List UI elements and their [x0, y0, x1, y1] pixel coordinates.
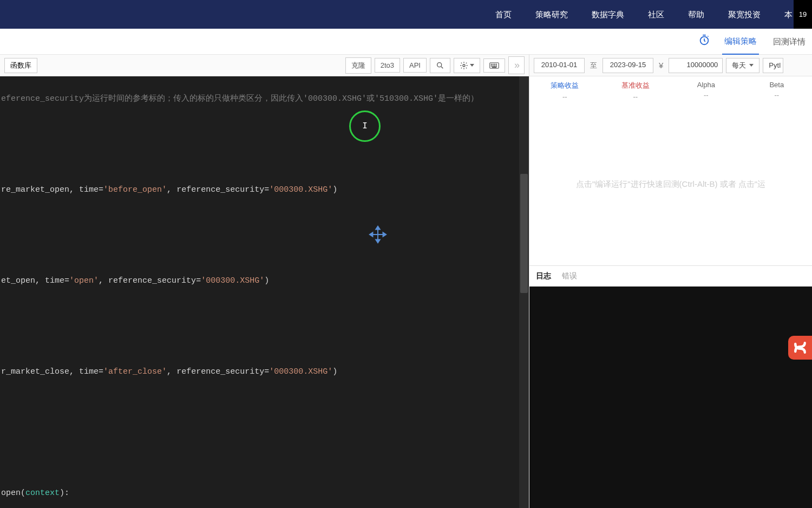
nav-strategy-research[interactable]: 策略研究 — [523, 0, 580, 29]
editor-column: 函数库 克隆 2to3 API » eference_security为运行时间… — [0, 55, 529, 508]
clone-button[interactable]: 克隆 — [345, 57, 371, 74]
stopwatch-icon[interactable] — [698, 34, 710, 49]
expand-button[interactable]: » — [508, 56, 525, 74]
date-from-input[interactable]: 2010-01-01 — [534, 58, 585, 73]
nav-community[interactable]: 社区 — [636, 0, 676, 29]
editor-toolbar: 函数库 克隆 2to3 API » — [0, 55, 529, 76]
nav-data-dict[interactable]: 数据字典 — [580, 0, 636, 29]
sub-toolbar: 编辑策略 回测详情 — [0, 29, 812, 55]
right-column: 2010-01-01 至 2023-09-15 ¥ 10000000 每天 Py… — [529, 55, 812, 508]
svg-point-8 — [491, 66, 492, 66]
amount-input[interactable]: 10000000 — [669, 58, 723, 73]
svg-point-1 — [437, 62, 442, 67]
nav-truncated[interactable]: 本 — [772, 0, 794, 29]
chevron-down-icon — [749, 64, 754, 67]
chart-placeholder: 点击"编译运行"进行快速回测(Ctrl-Alt-B) 或者 点击"运 — [529, 103, 812, 265]
tab-log[interactable]: 日志 — [536, 266, 551, 286]
ime-badge[interactable] — [788, 336, 812, 360]
top-nav: 首页 策略研究 数据字典 社区 帮助 聚宽投资 本 19 — [0, 0, 812, 29]
tab-edit-strategy[interactable]: 编辑策略 — [722, 29, 759, 55]
editor-scrollbar[interactable] — [519, 76, 529, 508]
metric-benchmark-return: 基准收益 -- — [600, 81, 671, 101]
svg-point-7 — [496, 64, 496, 64]
svg-point-6 — [494, 64, 495, 64]
nav-home[interactable]: 首页 — [483, 0, 523, 29]
function-library-button[interactable]: 函数库 — [4, 58, 37, 73]
svg-point-2 — [463, 64, 465, 67]
date-to-input[interactable]: 2023-09-15 — [603, 58, 653, 73]
language-dropdown[interactable]: Pytl — [763, 58, 783, 73]
settings-button[interactable] — [454, 58, 480, 73]
nav-invest[interactable]: 聚宽投资 — [716, 0, 772, 29]
svg-rect-12 — [492, 67, 496, 67]
scrollbar-thumb[interactable] — [520, 174, 528, 293]
metric-alpha: Alpha -- — [671, 81, 742, 101]
frequency-dropdown[interactable]: 每天 — [726, 58, 759, 73]
chart-placeholder-text: 点击"编译运行"进行快速回测(Ctrl-Alt-B) 或者 点击"运 — [576, 179, 765, 190]
main-area: 函数库 克隆 2to3 API » eference_security为运行时间… — [0, 55, 812, 508]
svg-point-10 — [494, 66, 495, 66]
log-tabs: 日志 错误 — [529, 265, 812, 286]
search-button[interactable] — [430, 58, 450, 73]
nav-help[interactable]: 帮助 — [676, 0, 716, 29]
settings-caret-icon — [470, 64, 474, 67]
log-output[interactable] — [529, 286, 812, 508]
tab-backtest-detail[interactable]: 回测详情 — [771, 29, 808, 54]
api-button[interactable]: API — [403, 58, 427, 73]
text-cursor-indicator: I — [349, 110, 381, 142]
metrics-row: 策略收益 -- 基准收益 -- Alpha -- Beta -- — [529, 76, 812, 103]
date-separator: 至 — [588, 61, 599, 70]
move-arrows-icon — [367, 224, 389, 245]
2to3-button[interactable]: 2to3 — [375, 58, 400, 73]
metric-strategy-return: 策略收益 -- — [529, 81, 600, 101]
params-row: 2010-01-01 至 2023-09-15 ¥ 10000000 每天 Py… — [529, 55, 812, 76]
tab-error[interactable]: 错误 — [562, 266, 577, 286]
svg-point-5 — [493, 64, 493, 64]
metric-beta: Beta -- — [742, 81, 813, 101]
svg-point-4 — [491, 64, 492, 64]
keyboard-button[interactable] — [483, 58, 505, 73]
notification-badge[interactable]: 19 — [794, 0, 812, 29]
svg-point-9 — [493, 66, 493, 66]
code-editor[interactable]: eference_security为运行时间的参考标的；传入的标的只做种类区分，… — [0, 76, 529, 508]
svg-point-11 — [496, 66, 496, 66]
currency-label: ¥ — [657, 61, 665, 70]
